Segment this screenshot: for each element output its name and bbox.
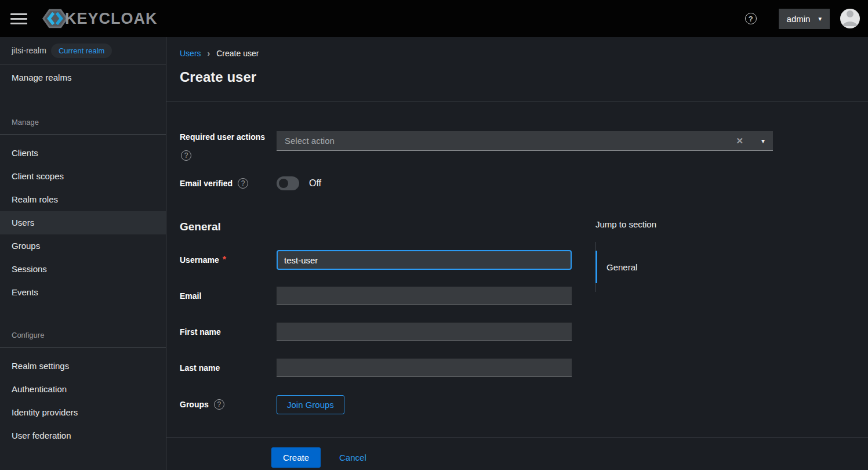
sidebar-item-user-federation[interactable]: User federation (0, 424, 166, 447)
username-label: Username (180, 255, 219, 265)
first-name-input[interactable] (277, 323, 572, 341)
sidebar-item-clients[interactable]: Clients (0, 142, 166, 165)
breadcrumb-users-link[interactable]: Users (180, 49, 201, 58)
chevron-down-icon: ▾ (818, 15, 822, 23)
keycloak-logo: KEYCLOAK (42, 5, 158, 32)
sidebar-nav-manage: Clients Client scopes Realm roles Users … (0, 135, 166, 304)
email-input[interactable] (277, 287, 572, 305)
jump-item-general[interactable]: General (595, 251, 637, 283)
sidebar-item-users[interactable]: Users (0, 211, 166, 234)
help-icon[interactable]: ? (745, 13, 757, 24)
email-verified-row: Email verified ? Off (180, 176, 854, 190)
sidebar-item-sessions[interactable]: Sessions (0, 258, 166, 281)
user-menu-dropdown[interactable]: admin ▾ (779, 9, 830, 29)
sidebar-item-identity-providers[interactable]: Identity providers (0, 401, 166, 424)
sidebar-group-configure: Configure (0, 331, 166, 348)
masthead: KEYCLOAK ? admin ▾ (0, 0, 868, 37)
required-user-actions-label: Required user actions (180, 131, 277, 143)
realm-selector[interactable]: jitsi-realm Current realm (0, 37, 166, 64)
create-user-form: Required user actions ? Select action ✕ … (166, 102, 868, 437)
groups-row: Groups ? Join Groups (180, 395, 854, 414)
breadcrumb-current: Create user (216, 49, 259, 58)
required-asterisk: * (223, 255, 226, 265)
sidebar-item-manage-realms[interactable]: Manage realms (0, 64, 166, 90)
breadcrumb: Users › Create user (180, 49, 854, 58)
user-avatar-icon (840, 9, 860, 28)
toggle-knob (279, 179, 288, 188)
email-row: Email (180, 287, 854, 305)
required-user-actions-row: Required user actions ? Select action ✕ … (180, 131, 854, 151)
sidebar-item-client-scopes[interactable]: Client scopes (0, 165, 166, 188)
last-name-input[interactable] (277, 359, 572, 377)
sidebar-item-realm-settings[interactable]: Realm settings (0, 355, 166, 378)
help-icon[interactable]: ? (181, 150, 191, 161)
select-placeholder: Select action (285, 136, 736, 146)
join-groups-button[interactable]: Join Groups (277, 395, 344, 414)
last-name-row: Last name (180, 359, 854, 377)
avatar[interactable] (840, 9, 860, 28)
sidebar-item-events[interactable]: Events (0, 281, 166, 304)
email-label: Email (180, 291, 201, 301)
menu-icon[interactable] (10, 13, 27, 24)
email-verified-state: Off (309, 178, 321, 189)
username-row: Username* (180, 251, 854, 269)
last-name-label: Last name (180, 363, 220, 373)
section-title-general: General (180, 220, 854, 233)
sidebar-item-groups[interactable]: Groups (0, 234, 166, 258)
chevron-down-icon[interactable]: ▾ (761, 137, 765, 145)
help-icon[interactable]: ? (238, 178, 248, 189)
brand-name: KEYCLOAK (65, 10, 158, 28)
form-actions: Create Cancel (166, 437, 868, 470)
first-name-row: First name (180, 323, 854, 341)
help-icon[interactable]: ? (214, 399, 224, 410)
first-name-label: First name (180, 327, 221, 337)
page-title: Create user (180, 69, 854, 85)
clear-selection-icon[interactable]: ✕ (736, 136, 743, 146)
sidebar: jitsi-realm Current realm Manage realms … (0, 37, 166, 470)
sidebar-nav-configure: Realm settings Authentication Identity p… (0, 348, 166, 447)
sidebar-item-realm-roles[interactable]: Realm roles (0, 188, 166, 211)
main-panel: Users › Create user Create user Required… (166, 37, 868, 470)
required-user-actions-select[interactable]: Select action ✕ ▾ (277, 131, 773, 151)
sidebar-group-manage: Manage (0, 118, 166, 135)
current-realm-badge: Current realm (51, 44, 112, 58)
sidebar-item-authentication[interactable]: Authentication (0, 378, 166, 401)
jump-to-section-title: Jump to section (595, 219, 729, 230)
jump-to-section: Jump to section General (595, 219, 729, 292)
page-header: Users › Create user Create user (166, 37, 868, 102)
jump-to-section-list: General (595, 242, 729, 292)
groups-label: Groups (180, 399, 209, 410)
chevron-right-icon: › (208, 49, 210, 58)
realm-name: jitsi-realm (12, 46, 46, 55)
username-input[interactable] (277, 250, 572, 270)
create-button[interactable]: Create (271, 447, 321, 468)
email-verified-toggle[interactable] (277, 176, 299, 190)
user-menu-label: admin (787, 14, 811, 24)
email-verified-label: Email verified (180, 178, 233, 189)
cancel-button[interactable]: Cancel (339, 453, 366, 462)
